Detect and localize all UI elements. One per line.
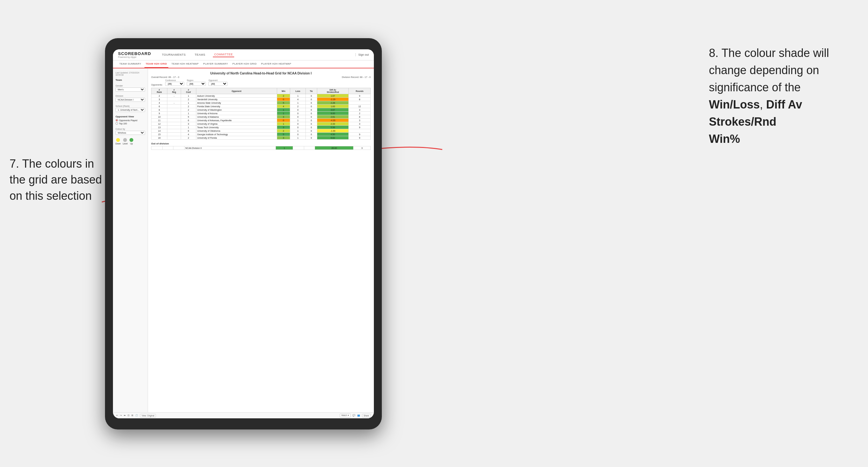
sub-nav-player-summary[interactable]: PLAYER SUMMARY <box>202 60 229 68</box>
nav-teams[interactable]: TEAMS <box>193 53 207 57</box>
cell-win: 2 <box>277 129 290 133</box>
annotation-bold1: Win/Loss <box>709 98 760 111</box>
cell-conf: 6 <box>181 129 196 133</box>
cell-conf: 2 <box>181 105 196 108</box>
sign-out-button[interactable]: Sign out <box>355 53 369 56</box>
cell-reg <box>167 126 181 129</box>
sidebar-division-select[interactable]: NCAA Division I <box>116 98 145 102</box>
th-rounds: Rounds <box>349 88 371 94</box>
cell-opponent: University of Alabama <box>196 115 277 119</box>
sidebar-legend: Down Level Up <box>116 138 145 145</box>
table-row: 14 6 University of Oklahoma 2 1 0 -1.00 <box>151 129 371 133</box>
table-row: 12 3 University of Virginia 1 0 0 2.33 3 <box>151 122 371 126</box>
radio-top100-circle <box>116 122 118 125</box>
sub-nav-player-h2h-grid[interactable]: PLAYER H2H GRID <box>231 60 258 68</box>
table-row: 16 2 University of Florida 3 1 0 6.62 9 <box>151 136 371 139</box>
cell-rounds: 3 <box>349 108 371 112</box>
cell-tie: 0 <box>306 112 317 115</box>
cell-rounds: 8 <box>349 98 371 101</box>
cell-rank: 11 <box>151 119 167 122</box>
out-of-division-body: NCAA Division II 1 26.00 3 <box>151 146 371 150</box>
cell-conf: 5 <box>181 115 196 119</box>
cell-win: 1 <box>277 122 290 126</box>
toolbar-crop-icon[interactable]: ⊡ <box>128 414 129 417</box>
sub-nav-player-h2h-heatmap[interactable]: PLAYER H2H HEATMAP <box>260 60 292 68</box>
cell-loss: 0 <box>290 108 306 112</box>
nav-tournaments[interactable]: TOURNAMENTS <box>161 53 187 57</box>
cell-opponent: Auburn University <box>196 94 277 98</box>
table-body: 2 - 1 Auburn University 2 1 0 1.67 9 3 2… <box>151 94 371 139</box>
cell-tie: 0 <box>306 98 317 101</box>
sub-nav-team-h2h-grid[interactable]: TEAM H2H GRID <box>145 60 168 68</box>
toolbar-redo-icon[interactable]: ↪ <box>120 414 122 417</box>
sub-nav-team-summary[interactable]: TEAM SUMMARY <box>118 60 143 68</box>
bottom-toolbar: ↩ ↪ ⬅ ⊡ ⊞ 🕐 View: Original Watch ▾ 💬 👥 S… <box>113 412 374 418</box>
toolbar-grid-icon[interactable]: ⊞ <box>131 414 133 417</box>
cell-opponent: Vanderbilt University <box>196 98 277 101</box>
cell-reg: - <box>167 101 181 105</box>
table-row: 13 1 Texas Tech University 3 0 0 5.56 9 <box>151 126 371 129</box>
cell-win: 1 <box>277 108 290 112</box>
annotation-right: 8. The colour shade will change dependin… <box>709 44 862 148</box>
toolbar-comment-icon[interactable]: 💬 <box>352 414 355 417</box>
cell-diff: 5.56 <box>317 126 349 129</box>
cell-conf: 4 <box>181 133 196 136</box>
toolbar-watch-btn[interactable]: Watch ▾ <box>340 413 351 417</box>
cell-rank: 2 <box>151 94 167 98</box>
sidebar-school-select[interactable]: 1. University of Nort... <box>116 108 145 112</box>
cell-tie: 0 <box>306 108 317 112</box>
overall-record: Overall Record: 89 - 17 - 0 <box>151 76 179 79</box>
data-table: #Rank #Reg #Conf Opponent Win Loss Tie D… <box>151 88 371 139</box>
out-rounds: 3 <box>353 146 371 150</box>
sidebar-radio-group: Opponents Played Top 100 <box>116 119 145 125</box>
annotation-left: 7. The colours in the grid are based on … <box>9 156 105 204</box>
legend-down-dot <box>116 138 120 142</box>
filter-region-group: Region (All) <box>187 79 206 86</box>
sidebar-gender-select[interactable]: Men's <box>116 88 145 92</box>
th-reg: #Reg <box>167 88 181 94</box>
cell-win: 3 <box>277 126 290 129</box>
cell-win: 3 <box>277 115 290 119</box>
toolbar-back-icon[interactable]: ⬅ <box>124 414 126 417</box>
radio-top100[interactable]: Top 100 <box>116 122 145 125</box>
filter-conference-group: Conference (All) <box>165 79 184 86</box>
toolbar-view-btn[interactable]: View: Original <box>140 414 156 417</box>
tablet-device: SCOREBOARD Powered by clippd TOURNAMENTS… <box>105 38 382 430</box>
cell-opponent: University of Oklahoma <box>196 129 277 133</box>
sidebar-school-section: School (Rank) 1. University of Nort... <box>116 105 145 112</box>
cell-rank: 14 <box>151 129 167 133</box>
toolbar-share-btn[interactable]: Share <box>362 414 371 417</box>
table-row: 6 2 Florida State University 4 2 0 1.83 … <box>151 105 371 108</box>
sidebar: Last Updated: 27/03/2024 16:55:38 Team G… <box>113 68 148 412</box>
filter-opponent-label: Opponent <box>209 79 227 82</box>
radio-top100-label: Top 100 <box>119 122 127 125</box>
toolbar-undo-icon[interactable]: ↩ <box>116 414 118 417</box>
filter-conf-select[interactable]: (All) <box>165 82 184 86</box>
cell-win: 1 <box>277 112 290 115</box>
cell-win: 0 <box>277 98 290 101</box>
toolbar-time-icon[interactable]: 🕐 <box>135 414 138 417</box>
filter-opponent-select[interactable]: (All) <box>209 82 227 86</box>
filter-conf-label: Conference <box>165 79 184 82</box>
out-name: NCAA Division II <box>184 146 276 150</box>
cell-reg <box>167 122 181 126</box>
nav-committee[interactable]: COMMITTEE <box>213 52 234 57</box>
sidebar-colour-by-select[interactable]: Win/loss <box>116 131 145 135</box>
legend-up: Up <box>129 138 133 145</box>
toolbar-people-icon[interactable]: 👥 <box>357 414 360 417</box>
cell-rounds <box>349 101 371 105</box>
sidebar-timestamp: Last Updated: 27/03/2024 16:55:38 <box>116 71 145 76</box>
out-conf <box>174 146 185 150</box>
content-area: Last Updated: 27/03/2024 16:55:38 Team G… <box>113 68 374 412</box>
cell-opponent: University of Virginia <box>196 122 277 126</box>
annotation-right-text1: 8. The colour shade will change dependin… <box>709 46 829 94</box>
table-row: 8 2 University of Washington 1 0 0 3.67 … <box>151 108 371 112</box>
sub-nav-team-h2h-heatmap[interactable]: TEAM H2H HEATMAP <box>170 60 200 68</box>
cell-opponent: Arizona State University <box>196 101 277 105</box>
cell-loss: 1 <box>290 129 306 133</box>
cell-rounds: 3 <box>349 119 371 122</box>
cell-conf: 1 <box>181 101 196 105</box>
radio-opponents-played[interactable]: Opponents Played <box>116 119 145 122</box>
cell-reg <box>167 136 181 139</box>
filter-region-select[interactable]: (All) <box>187 82 206 86</box>
